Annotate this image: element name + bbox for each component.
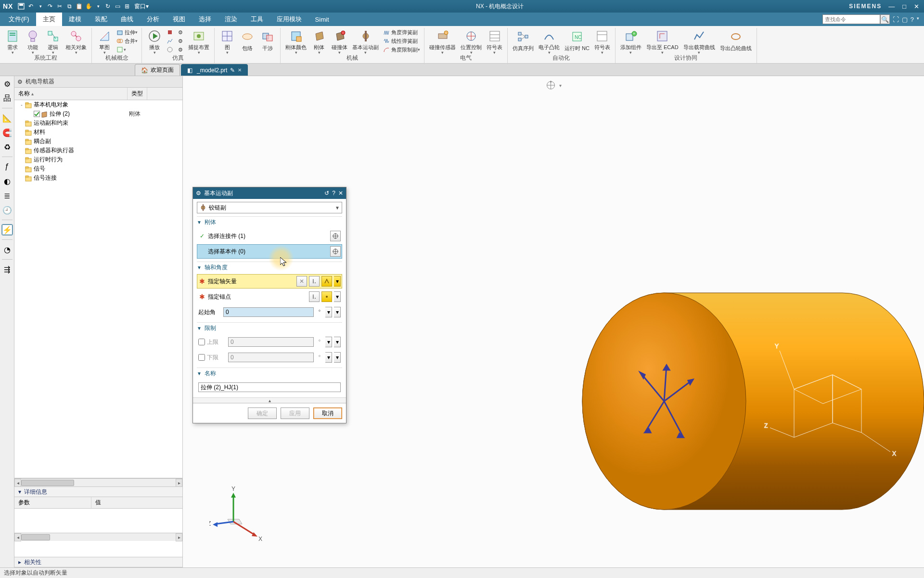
ribbon-export-load-curve[interactable]: 导出载荷曲线▾ [681, 28, 717, 56]
ribbon-interference[interactable]: 干涉 [258, 28, 277, 56]
tree-row[interactable]: 传感器和执行器 [14, 146, 182, 155]
ribbon-union[interactable]: 合并▾ [115, 37, 139, 45]
doctab-welcome[interactable]: 🏠 欢迎页面 [135, 64, 180, 76]
layout-icon[interactable]: ⊞ [123, 2, 131, 11]
infer-vector-drop[interactable]: ▾ [334, 276, 341, 287]
ribbon-extrude[interactable]: 拉伸▾ [115, 28, 139, 37]
ribbon-stop[interactable] [165, 28, 175, 37]
collapse-ribbon-icon[interactable]: ▢ [902, 16, 908, 23]
command-search-button[interactable]: 🔍 [880, 14, 890, 24]
ribbon-symbol-table-2[interactable]: 符号表▾ [592, 28, 612, 56]
help-drop-icon[interactable]: ▾ [917, 16, 919, 23]
nav-gear-icon[interactable]: ⚙ [17, 79, 23, 85]
pick-attachment-button[interactable] [330, 231, 341, 241]
minimize-icon[interactable]: — [886, 3, 897, 10]
joint-type-combo[interactable]: 铰链副 ▼ [197, 202, 342, 213]
tab-close-icon[interactable]: ✕ [238, 67, 242, 73]
menu-curve[interactable]: 曲线 [114, 13, 140, 26]
ribbon-snap[interactable] [165, 45, 175, 54]
menu-tools[interactable]: 工具 [244, 13, 270, 26]
leftbar-layer-icon[interactable]: ≣ [1, 190, 13, 201]
help-icon[interactable]: ? [911, 16, 914, 23]
section-axis-angle[interactable]: ▼轴和角度 [197, 262, 342, 273]
menu-assembly[interactable]: 装配 [88, 13, 114, 26]
menu-modeling[interactable]: 建模 [62, 13, 88, 26]
nav-tree[interactable]: -基本机电对象拉伸 (2)刚体运动副和约束材料耦合副传感器和执行器运行时行为信号… [14, 100, 182, 478]
ribbon-envelope[interactable]: 包络 [238, 28, 257, 56]
tree-row[interactable]: 材料 [14, 128, 182, 137]
section-limit[interactable]: ▼限制 [197, 322, 342, 334]
ribbon-logic[interactable]: 逻辑▾ [43, 28, 63, 56]
tree-row[interactable]: 拉伸 (2)刚体 [14, 109, 182, 118]
tree-row[interactable]: 运行时行为 [14, 155, 182, 164]
dialog-close-icon[interactable]: ✕ [338, 190, 343, 197]
leftbar-constraint-icon[interactable]: 🧲 [1, 127, 13, 138]
ribbon-position-control[interactable]: 位置控制▾ [459, 28, 484, 56]
dialog-collapse-handle[interactable]: ▴ [193, 397, 346, 403]
ribbon-runtime-nc[interactable]: NC运行时 NC [563, 28, 591, 56]
leftbar-reuse-icon[interactable]: ♻ [1, 141, 13, 153]
ribbon-rigid-color[interactable]: 刚体颜色▾ [283, 28, 308, 56]
ribbon-diagram[interactable]: 图▾ [218, 28, 237, 56]
tree-row[interactable]: 耦合副 [14, 137, 182, 146]
tree-row[interactable]: 信号 [14, 164, 182, 173]
hscroll-left-icon[interactable]: ◂ [14, 479, 21, 487]
ribbon-collision-body[interactable]: 碰撞体▾ [330, 28, 349, 56]
leftbar-gear-icon[interactable]: ⚙ [1, 78, 13, 90]
ribbon-angular-limit[interactable]: 角度限制副▾ [382, 45, 421, 54]
ribbon-linear-spring[interactable]: 线性弹簧副 [382, 37, 421, 45]
menu-analysis[interactable]: 分析 [140, 13, 166, 26]
section-rigid-body[interactable]: ▼刚体 [197, 216, 342, 228]
ribbon-sketch[interactable]: 草图▾ [95, 28, 114, 56]
ribbon-dependency[interactable]: 相关对象▾ [64, 28, 89, 56]
save-icon[interactable] [17, 2, 26, 11]
ribbon-rigid-body[interactable]: 刚体▾ [309, 28, 329, 56]
infer-vector-button[interactable] [321, 276, 332, 287]
paste-icon[interactable]: 📋 [75, 2, 83, 11]
repeat-icon[interactable]: ↻ [103, 2, 112, 11]
start-angle-input[interactable] [223, 307, 314, 317]
row-axis-vector[interactable]: ✱ 指定轴矢量 ✕ ⁞. ▾ [197, 274, 342, 289]
cancel-button[interactable]: 取消 [313, 407, 342, 419]
menu-application[interactable]: 应用模块 [270, 13, 308, 26]
ribbon-graph[interactable] [165, 37, 175, 45]
leftbar-history-icon[interactable]: 🕘 [1, 204, 13, 216]
leftbar-hd3d-icon[interactable]: ◐ [1, 175, 13, 187]
row-anchor-point[interactable]: ✱ 指定锚点 ⁞. ▾ [197, 289, 342, 304]
dialog-titlebar[interactable]: ⚙ 基本运动副 ↺ ? ✕ [193, 187, 346, 199]
nav-detail-header[interactable]: ▾详细信息 [14, 486, 182, 497]
nav-relevance-header[interactable]: ▸相关性 [14, 557, 182, 567]
leftbar-part-nav-icon[interactable]: 📐 [1, 112, 13, 124]
ribbon-gear3[interactable]: ⚙ [176, 45, 185, 54]
ribbon-gear2[interactable]: ⚙ [176, 37, 185, 45]
infer-anchor-button[interactable] [321, 291, 332, 302]
maximize-icon[interactable]: □ [900, 3, 908, 10]
menu-view[interactable]: 视图 [166, 13, 192, 26]
lower-limit-checkbox[interactable] [198, 354, 205, 361]
menu-home[interactable]: 主页 [36, 13, 62, 26]
section-name[interactable]: ▼名称 [197, 368, 342, 379]
leftbar-sequence-icon[interactable]: ⇶ [1, 263, 13, 275]
anchor-dialog-button[interactable]: ⁞. [309, 291, 320, 302]
touch-icon[interactable]: ✋ [84, 2, 93, 11]
doctab-model2[interactable]: ◧ _model2.prt ✎ ✕ [181, 64, 248, 76]
detail-col-value[interactable]: 值 [91, 497, 105, 508]
ribbon-export-cam-curve[interactable]: 导出凸轮曲线 [718, 28, 754, 56]
dialog-gear-icon[interactable]: ⚙ [196, 190, 201, 197]
leftbar-assembly-nav-icon[interactable]: 品 [1, 92, 13, 104]
infer-anchor-drop[interactable]: ▾ [334, 291, 341, 302]
ribbon-play[interactable]: 播放▾ [145, 28, 164, 56]
copy-icon[interactable]: ⧉ [65, 2, 74, 11]
angle-expr-drop[interactable]: ▾ [334, 307, 341, 317]
ribbon-symbol-table[interactable]: 符号表▾ [485, 28, 504, 56]
cut-icon[interactable]: ✂ [55, 2, 64, 11]
detail-col-param[interactable]: 参数 [14, 497, 91, 508]
leftbar-expression-icon[interactable]: ƒ [1, 161, 13, 172]
row-select-base[interactable]: 选择基本件 (0) [197, 244, 342, 259]
nav-hscroll[interactable]: ◂ ▸ [14, 478, 182, 486]
nav-col-type[interactable]: 类型 [128, 88, 147, 100]
ribbon-basic-joint[interactable]: 基本运动副▾ [350, 28, 381, 56]
view-triad[interactable]: Y X Z [209, 483, 267, 541]
pick-base-button[interactable] [330, 246, 341, 257]
close-icon[interactable]: ✕ [912, 3, 921, 10]
